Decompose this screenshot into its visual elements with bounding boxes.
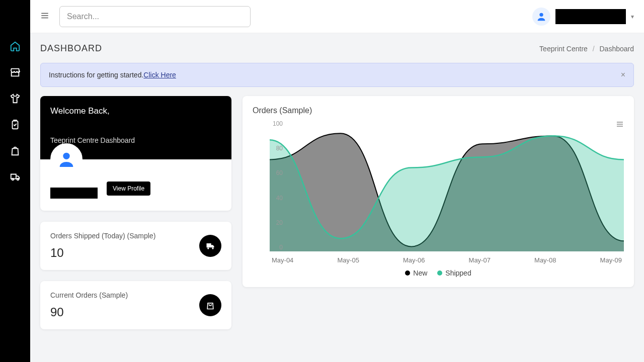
chevron-down-icon[interactable]: ▾ (631, 13, 634, 20)
stat-current-label: Current Orders (Sample) (50, 291, 199, 299)
alert-close-button[interactable]: × (621, 70, 625, 79)
sidebar-item-truck[interactable] (9, 171, 21, 183)
shopping-bag-icon (205, 300, 215, 310)
shopping-bag-icon (10, 145, 21, 156)
svg-point-2 (63, 153, 69, 159)
sidebar-item-home[interactable] (9, 40, 21, 52)
svg-point-1 (539, 13, 543, 16)
orders-chart-card: Orders (Sample) 100 80 60 40 20 (243, 96, 634, 287)
user-name (555, 9, 626, 24)
hamburger-icon (40, 11, 49, 20)
alert-text: Instructions for getting started. (49, 71, 143, 79)
truck-icon (205, 241, 215, 251)
getting-started-alert: Instructions for getting started. Click … (40, 63, 634, 87)
user-icon (536, 11, 547, 22)
orders-chart (270, 120, 624, 251)
truck-icon (10, 171, 21, 183)
breadcrumb-root[interactable]: Teeprint Centre (539, 45, 588, 53)
sidebar (0, 0, 30, 362)
sidebar-item-shirt[interactable] (9, 93, 21, 105)
profile-name (50, 188, 98, 199)
welcome-sub: Teeprint Centre Dashboard (50, 136, 221, 144)
sidebar-item-clipboard[interactable] (9, 119, 21, 131)
legend-shipped[interactable]: Shipped (437, 269, 471, 277)
chart-x-axis: May-04 May-05 May-06 May-07 May-08 May-0… (270, 256, 624, 264)
svg-point-4 (212, 247, 213, 249)
stat-current: Current Orders (Sample) 90 (40, 281, 231, 329)
alert-link[interactable]: Click Here (143, 71, 176, 79)
chart-legend: New Shipped (253, 269, 624, 277)
truck-icon-badge (199, 235, 221, 257)
welcome-heading: Welcome Back, (50, 106, 221, 116)
avatar[interactable] (532, 8, 550, 26)
view-profile-button[interactable]: View Profile (107, 182, 150, 196)
chart-title: Orders (Sample) (253, 106, 624, 115)
stat-shipped-value: 10 (50, 246, 199, 260)
clipboard-icon (10, 119, 21, 130)
profile-avatar (50, 143, 83, 175)
breadcrumb: Teeprint Centre / Dashboard (539, 45, 634, 53)
stat-shipped-label: Orders Shipped (Today) (Sample) (50, 232, 199, 240)
welcome-card: Welcome Back, Teeprint Centre Dashboard … (40, 96, 231, 211)
home-icon (10, 41, 21, 52)
menu-toggle-button[interactable] (40, 11, 49, 22)
legend-new[interactable]: New (405, 269, 427, 277)
user-icon (56, 149, 76, 169)
breadcrumb-current: Dashboard (600, 45, 634, 53)
page-title: DASHBOARD (40, 43, 102, 54)
shirt-icon (10, 93, 21, 104)
stat-current-value: 90 (50, 305, 199, 319)
stat-shipped: Orders Shipped (Today) (Sample) 10 (40, 222, 231, 270)
bag-icon-badge (199, 294, 221, 316)
chart-y-axis: 100 80 60 40 20 0 (268, 120, 283, 251)
store-icon (10, 67, 21, 78)
search-input[interactable] (59, 6, 251, 27)
topbar: ▾ (30, 0, 644, 33)
sidebar-item-store[interactable] (9, 66, 21, 78)
svg-point-3 (207, 247, 209, 249)
sidebar-item-bag[interactable] (9, 145, 21, 157)
